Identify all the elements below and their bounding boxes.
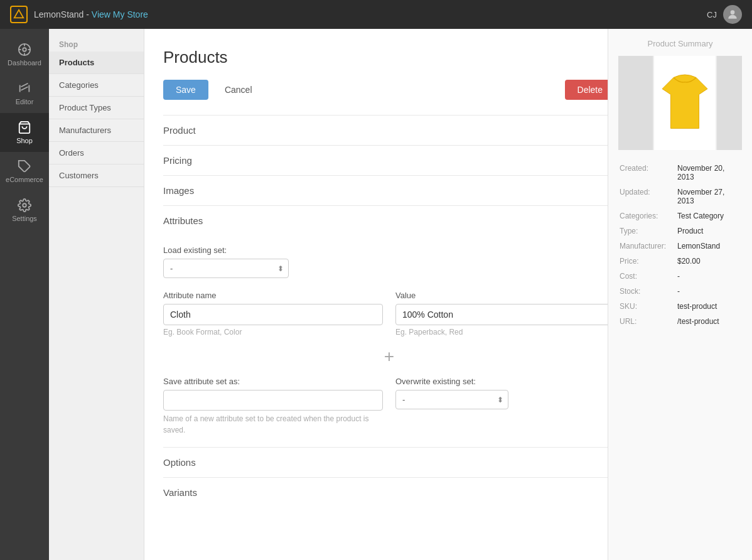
meta-row: SKU:test-product xyxy=(620,299,741,313)
save-as-label: Save attribute set as: xyxy=(163,377,383,386)
svg-marker-0 xyxy=(14,10,23,18)
nav-label-settings: Settings xyxy=(12,215,37,222)
svg-point-1 xyxy=(731,10,735,14)
nav-item-shop[interactable]: Shop xyxy=(0,113,49,152)
load-existing-set: Load existing set: - ⬍ xyxy=(163,245,615,278)
product-image-strip xyxy=(618,56,742,150)
attr-value-col: Value Eg. Paperback, Red xyxy=(395,291,615,337)
cancel-button[interactable]: Cancel xyxy=(215,80,262,100)
sidebar-item-products[interactable]: Products xyxy=(49,51,144,74)
attr-value-hint: Eg. Paperback, Red xyxy=(395,328,615,337)
product-meta-table: Created:November 20, 2013Updated:Novembe… xyxy=(618,160,742,330)
image-thumb-right xyxy=(717,56,742,150)
product-summary-title: Product Summary xyxy=(618,39,742,48)
attr-name-input[interactable] xyxy=(163,304,383,325)
section-attributes[interactable]: Attributes ▾ xyxy=(163,205,615,235)
section-images[interactable]: Images ▾ xyxy=(163,175,615,205)
attr-value-input[interactable] xyxy=(395,304,615,325)
meta-value: - xyxy=(677,269,741,283)
view-my-store-link[interactable]: View My Store xyxy=(92,9,148,19)
product-summary-panel: Product Summary Created:November 20, 201… xyxy=(608,29,752,560)
meta-key: Cost: xyxy=(620,269,676,283)
meta-row: Cost:- xyxy=(620,269,741,283)
attr-name-col: Attribute name Eg. Book Format, Color xyxy=(163,291,383,337)
meta-key: Manufacturer: xyxy=(620,239,676,253)
attr-name-label: Attribute name xyxy=(163,291,383,300)
section-product[interactable]: Product ▾ xyxy=(163,115,615,145)
icon-nav: Dashboard Editor Shop eCommerce Settings xyxy=(0,29,49,560)
save-as-input[interactable] xyxy=(163,390,383,411)
section-product-label: Product xyxy=(163,125,196,136)
sidebar-item-categories[interactable]: Categories xyxy=(49,74,144,97)
meta-key: SKU: xyxy=(620,299,676,313)
image-main xyxy=(654,56,716,150)
nav-label-ecommerce: eCommerce xyxy=(6,176,43,183)
section-variants-label: Variants xyxy=(163,487,197,498)
save-as-hint: Name of a new attribute set to be create… xyxy=(163,413,383,436)
meta-value: Test Category xyxy=(677,209,741,223)
section-pricing[interactable]: Pricing ▾ xyxy=(163,145,615,175)
nav-label-shop: Shop xyxy=(16,137,33,144)
meta-value: LemonStand xyxy=(677,239,741,253)
nav-item-editor[interactable]: Editor xyxy=(0,74,49,113)
meta-row: Created:November 20, 2013 xyxy=(620,161,741,184)
sidebar-item-product-types[interactable]: Product Types xyxy=(49,97,144,119)
page-title: Products xyxy=(163,48,615,67)
section-options-label: Options xyxy=(163,457,196,468)
meta-value: - xyxy=(677,284,741,298)
topbar-title: LemonStand - View My Store xyxy=(34,9,148,19)
section-images-label: Images xyxy=(163,185,194,196)
meta-row: Manufacturer:LemonStand xyxy=(620,239,741,253)
meta-value: test-product xyxy=(677,299,741,313)
topbar-left: LemonStand - View My Store xyxy=(10,6,148,23)
overwrite-select[interactable]: - xyxy=(395,390,508,409)
load-existing-label: Load existing set: xyxy=(163,245,615,255)
meta-key: Created: xyxy=(620,161,676,184)
nav-item-settings[interactable]: Settings xyxy=(0,191,49,230)
meta-row: Price:$20.00 xyxy=(620,254,741,268)
overwrite-col: Overwrite existing set: - ⬍ xyxy=(395,377,615,409)
meta-value: Product xyxy=(677,224,741,238)
meta-row: Categories:Test Category xyxy=(620,209,741,223)
section-variants[interactable]: Variants ▾ xyxy=(163,477,615,507)
meta-row: URL:/test-product xyxy=(620,315,741,328)
section-options[interactable]: Options ▾ xyxy=(163,447,615,477)
sidebar-section-label: Shop xyxy=(49,35,144,51)
overwrite-label: Overwrite existing set: xyxy=(395,377,615,386)
meta-value: /test-product xyxy=(677,315,741,328)
sidebar: Shop Products Categories Product Types M… xyxy=(49,29,144,560)
meta-key: Type: xyxy=(620,224,676,238)
meta-value: November 20, 2013 xyxy=(677,161,741,184)
meta-row: Stock:- xyxy=(620,284,741,298)
sidebar-item-manufacturers[interactable]: Manufacturers xyxy=(49,119,144,142)
section-pricing-label: Pricing xyxy=(163,155,192,166)
meta-key: Updated: xyxy=(620,185,676,208)
attr-name-hint: Eg. Book Format, Color xyxy=(163,328,383,337)
save-attr-row: Save attribute set as: Name of a new att… xyxy=(163,377,615,436)
section-attributes-label: Attributes xyxy=(163,215,203,226)
image-thumb-left xyxy=(618,56,653,150)
meta-row: Type:Product xyxy=(620,224,741,238)
overwrite-select-wrapper: - ⬍ xyxy=(395,390,508,409)
topbar: LemonStand - View My Store CJ xyxy=(0,0,752,29)
attributes-body: Load existing set: - ⬍ Attribute name Eg… xyxy=(163,235,615,447)
user-avatar[interactable] xyxy=(723,5,742,24)
meta-row: Updated:November 27, 2013 xyxy=(620,185,741,208)
load-existing-select[interactable]: - xyxy=(163,259,289,278)
meta-key: Stock: xyxy=(620,284,676,298)
save-button[interactable]: Save xyxy=(163,80,208,100)
attr-value-label: Value xyxy=(395,291,615,300)
lemonstand-logo xyxy=(10,6,28,23)
toolbar-left: Save Cancel xyxy=(163,80,262,100)
meta-key: Price: xyxy=(620,254,676,268)
sidebar-item-orders[interactable]: Orders xyxy=(49,142,144,164)
meta-value: November 27, 2013 xyxy=(677,185,741,208)
meta-key: URL: xyxy=(620,315,676,328)
svg-point-14 xyxy=(23,203,26,207)
nav-label-editor: Editor xyxy=(16,98,34,105)
toolbar: Save Cancel Delete xyxy=(163,80,615,100)
nav-item-dashboard[interactable]: Dashboard xyxy=(0,35,49,74)
add-attribute-button[interactable]: + xyxy=(163,347,615,367)
nav-item-ecommerce[interactable]: eCommerce xyxy=(0,152,49,191)
sidebar-item-customers[interactable]: Customers xyxy=(49,164,144,187)
